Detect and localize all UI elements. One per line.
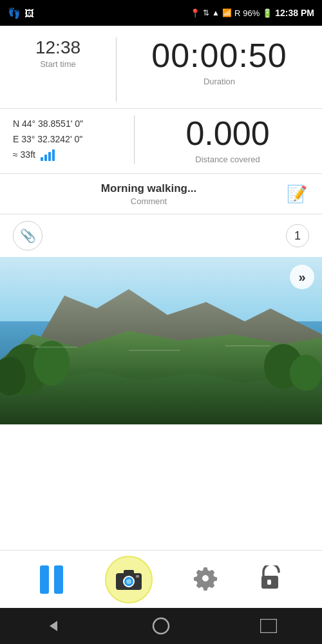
spacer — [0, 424, 322, 550]
start-time-value: 12:38 — [35, 37, 80, 58]
image-icon: 🖼 — [24, 8, 34, 19]
edit-comment-button[interactable]: 📝 — [285, 182, 309, 206]
pause-bar-right — [54, 565, 63, 594]
duration-label: Duration — [204, 77, 235, 86]
battery-icon: 🔋 — [262, 8, 272, 18]
comment-section: Morning walking... Comment 📝 — [0, 174, 322, 214]
next-arrow-icon: » — [298, 270, 305, 285]
recents-nav-button[interactable] — [249, 613, 288, 639]
svg-rect-20 — [267, 580, 271, 585]
stats-row: 12:38 Start time 00:00:50 Duration — [0, 26, 322, 109]
duration-value: 00:00:50 — [151, 37, 287, 74]
camera-button[interactable] — [105, 556, 153, 603]
location-icon: 📍 — [190, 8, 200, 18]
status-right: 📍 ⇅ ▲ 📶 R 96% 🔋 12:38 PM — [190, 8, 314, 18]
arrows-icon: ⇅ — [203, 8, 209, 17]
comment-label: Comment — [131, 196, 167, 206]
back-nav-button[interactable] — [34, 613, 73, 639]
svg-rect-17 — [136, 575, 139, 578]
count-number: 1 — [294, 229, 301, 243]
svg-point-9 — [290, 355, 322, 391]
gear-icon — [194, 566, 218, 591]
pause-button[interactable] — [40, 565, 63, 594]
footprint-icon: 👣 — [8, 7, 21, 19]
longitude-line: E 33° 32.3242' 0" — [13, 132, 122, 147]
start-time-block: 12:38 Start time — [13, 37, 103, 69]
photo-background — [0, 257, 322, 424]
camera-icon — [115, 568, 143, 591]
next-photo-button[interactable]: » — [290, 265, 314, 289]
svg-point-18 — [202, 574, 209, 582]
altitude-line: ≈ 33ft — [13, 147, 122, 163]
home-nav-button[interactable] — [142, 613, 180, 639]
settings-button[interactable] — [194, 566, 218, 593]
distance-block: 0.000 Distance covered — [146, 115, 309, 164]
signal-bars-icon — [41, 149, 55, 161]
pause-bar-left — [40, 565, 49, 594]
vertical-divider-2 — [134, 115, 135, 164]
attach-button[interactable]: 📎 — [13, 221, 43, 251]
network-type: R — [234, 8, 240, 18]
svg-point-22 — [153, 618, 169, 634]
clock-time: 12:38 PM — [275, 8, 314, 18]
sim-signal-icon: 📶 — [222, 8, 232, 17]
main-content: 12:38 Start time 00:00:50 Duration N 44°… — [0, 26, 322, 608]
comment-text: Morning walking... — [101, 182, 196, 195]
altitude-value: ≈ 33ft — [13, 149, 35, 160]
photo-count-badge[interactable]: 1 — [286, 224, 309, 247]
svg-marker-21 — [50, 621, 57, 631]
coordinates-block: N 44° 38.8551' 0" E 33° 32.3242' 0" ≈ 33… — [13, 117, 122, 162]
start-time-label: Start time — [40, 59, 76, 69]
status-bar: 👣 🖼 📍 ⇅ ▲ 📶 R 96% 🔋 12:38 PM — [0, 0, 322, 26]
status-icons-left: 👣 🖼 — [8, 7, 34, 19]
lock-button[interactable] — [260, 565, 282, 594]
bottom-controls — [0, 550, 322, 608]
svg-rect-23 — [260, 619, 277, 633]
battery-percent: 96% — [243, 8, 260, 18]
svg-rect-14 — [124, 570, 134, 574]
photo-section: » — [0, 257, 322, 424]
info-row: N 44° 38.8551' 0" E 33° 32.3242' 0" ≈ 33… — [0, 109, 322, 174]
landscape-svg — [0, 257, 322, 424]
latitude-line: N 44° 38.8551' 0" — [13, 117, 122, 132]
home-circle-icon — [152, 617, 170, 635]
wifi-icon: ▲ — [212, 8, 220, 17]
back-icon — [46, 618, 61, 634]
attach-row: 📎 1 — [0, 214, 322, 257]
duration-block: 00:00:50 Duration — [129, 37, 309, 86]
comment-col: Morning walking... Comment — [13, 182, 285, 206]
recents-icon — [260, 619, 277, 633]
unlock-icon — [260, 565, 282, 590]
vertical-divider-1 — [116, 37, 117, 102]
svg-point-16 — [126, 579, 131, 584]
nav-bar — [0, 608, 322, 644]
distance-value: 0.000 — [185, 115, 269, 152]
paperclip-icon: 📎 — [20, 228, 36, 243]
distance-label: Distance covered — [195, 155, 260, 164]
